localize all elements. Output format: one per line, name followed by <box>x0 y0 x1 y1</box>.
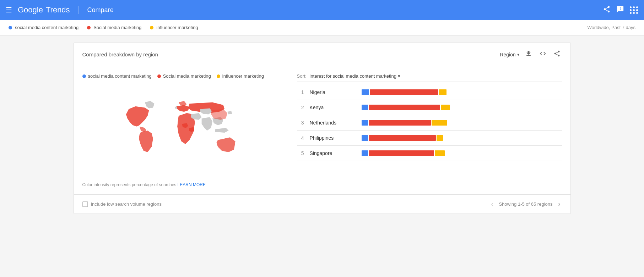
legend-item-3: influencer marketing <box>150 25 198 30</box>
legend-label-2: Social media marketing <box>93 25 141 30</box>
country-rank: 4 <box>297 135 304 141</box>
bar-red <box>369 150 434 156</box>
left-panel: social media content marketing Social me… <box>82 73 288 187</box>
sort-row: Sort: Interest for social media content … <box>297 73 562 82</box>
bar-yellow <box>437 135 443 141</box>
table-row: 5 Singapore <box>297 146 562 161</box>
trends-text: Trends <box>46 5 70 15</box>
country-name: Singapore <box>310 150 356 156</box>
bar-yellow <box>432 120 447 126</box>
apps-icon[interactable] <box>630 6 638 14</box>
learn-more-link[interactable]: LEARN MORE <box>178 182 206 187</box>
card-header-controls: Region ▾ <box>500 49 562 60</box>
legend-label-3: influencer marketing <box>156 25 198 30</box>
legend-item-1: social media content marketing <box>9 25 79 30</box>
country-name: Nigeria <box>310 89 356 95</box>
bar-red <box>369 105 440 110</box>
world-map <box>118 93 253 171</box>
stacked-bar <box>362 150 445 156</box>
card-title: Compared breakdown by region <box>82 51 158 57</box>
bar-red <box>370 89 438 95</box>
header: ☰ Google Trends Compare <box>0 0 644 20</box>
sub-legend-item-3: influencer marketing <box>217 73 264 79</box>
bar-red <box>369 135 436 141</box>
main-card: Compared breakdown by region Region ▾ <box>74 43 571 214</box>
bar-yellow <box>441 105 450 110</box>
stacked-bar <box>362 104 450 111</box>
feedback-icon[interactable] <box>616 5 624 15</box>
card-header: Compared breakdown by region Region ▾ <box>74 43 570 66</box>
bar-blue <box>362 120 368 126</box>
bar-red <box>369 120 431 126</box>
stacked-bar <box>362 89 447 95</box>
sub-legend-label-1: social media content marketing <box>88 73 152 79</box>
google-text: Google <box>18 5 43 15</box>
embed-icon[interactable] <box>538 49 548 60</box>
bar-blue <box>362 105 368 110</box>
header-divider <box>79 6 79 14</box>
country-rank: 3 <box>297 120 304 126</box>
region-text: Worldwide, Past 7 days <box>587 25 635 30</box>
pagination-text: Showing 1-5 of 65 regions <box>499 201 552 207</box>
bar-yellow <box>439 89 447 95</box>
country-rank: 2 <box>297 105 304 110</box>
sub-legend-dot-2 <box>157 74 161 78</box>
legend-dot-3 <box>150 26 153 29</box>
card-content: social media content marketing Social me… <box>74 66 570 194</box>
country-name: Kenya <box>310 105 356 110</box>
pagination: ‹ Showing 1-5 of 65 regions › <box>489 199 562 209</box>
sub-legend-item-2: Social media marketing <box>157 73 211 79</box>
stacked-bar <box>362 135 443 141</box>
country-rank: 1 <box>297 89 304 95</box>
download-icon[interactable] <box>524 49 534 60</box>
bar-blue <box>362 150 368 156</box>
country-list: 1 Nigeria 2 Kenya 3 Netherlands <box>297 85 562 161</box>
map-note: Color intensity represents percentage of… <box>82 182 288 187</box>
country-name: Philippines <box>310 135 356 141</box>
right-panel: Sort: Interest for social media content … <box>297 73 562 187</box>
menu-icon[interactable]: ☰ <box>6 6 12 14</box>
bar-yellow <box>435 150 445 156</box>
sub-legend-dot-1 <box>82 74 86 78</box>
next-page-icon[interactable]: › <box>557 199 562 209</box>
sub-legend-item-1: social media content marketing <box>82 73 152 79</box>
sort-chevron-down-icon: ▾ <box>398 73 400 79</box>
table-row: 2 Kenya <box>297 100 562 115</box>
country-name: Netherlands <box>310 120 356 126</box>
header-icons <box>603 5 638 15</box>
stacked-bar <box>362 120 447 126</box>
table-row: 3 Netherlands <box>297 115 562 131</box>
compare-label: Compare <box>87 6 114 14</box>
sub-legend-label-2: Social media marketing <box>163 73 211 79</box>
sort-option: Interest for social media content market… <box>309 73 396 79</box>
sub-legend-label-3: influencer marketing <box>222 73 264 79</box>
sort-dropdown[interactable]: Interest for social media content market… <box>309 73 400 79</box>
bar-blue <box>362 89 369 95</box>
share-icon-card[interactable] <box>552 49 562 60</box>
table-row: 1 Nigeria <box>297 85 562 100</box>
legend-item-2: Social media marketing <box>87 25 141 30</box>
map-container <box>82 86 288 178</box>
region-dropdown[interactable]: Region ▾ <box>500 52 519 57</box>
prev-page-icon[interactable]: ‹ <box>489 199 494 209</box>
country-rank: 5 <box>297 150 304 156</box>
bar-blue <box>362 135 368 141</box>
share-icon[interactable] <box>603 5 611 15</box>
checkbox-input[interactable] <box>82 201 88 207</box>
legend-dot-2 <box>87 26 91 29</box>
chevron-down-icon: ▾ <box>517 52 519 57</box>
region-dropdown-label: Region <box>500 52 515 57</box>
legend-bar: social media content marketing Social me… <box>0 20 644 35</box>
gray-separator <box>0 35 644 43</box>
sort-label: Sort: <box>297 73 307 79</box>
card-footer: Include low search volume regions ‹ Show… <box>74 194 570 214</box>
logo: Google Trends <box>18 5 70 15</box>
legend-dot-1 <box>9 26 12 29</box>
checkbox-label: Include low search volume regions <box>91 201 162 207</box>
legend-label-1: social media content marketing <box>15 25 79 30</box>
table-row: 4 Philippines <box>297 131 562 146</box>
sub-legend-dot-3 <box>217 74 220 78</box>
low-volume-checkbox[interactable]: Include low search volume regions <box>82 201 162 207</box>
sub-legend: social media content marketing Social me… <box>82 73 288 79</box>
